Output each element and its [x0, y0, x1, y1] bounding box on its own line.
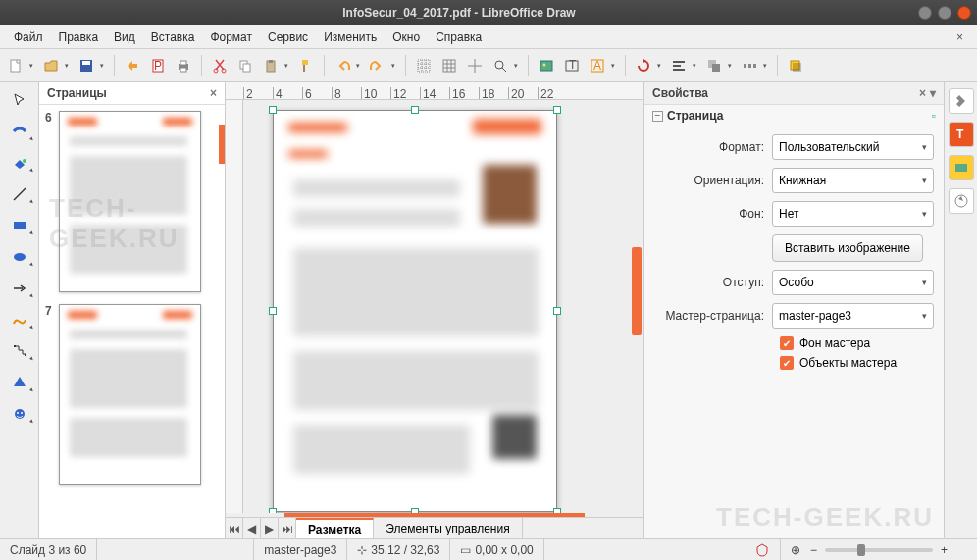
page-viewport[interactable] — [243, 100, 643, 513]
format-select[interactable]: Пользовательский — [772, 134, 934, 160]
tool-palette — [0, 82, 39, 538]
line-color-tool[interactable] — [6, 120, 33, 143]
styles-tab-icon[interactable]: T — [949, 122, 974, 147]
open-button[interactable] — [39, 54, 63, 77]
basic-shapes-tool[interactable] — [6, 371, 33, 394]
arrow-tool[interactable] — [6, 277, 33, 300]
menu-file[interactable]: Файл — [6, 27, 51, 47]
more-options-icon[interactable]: ▫ — [932, 109, 936, 123]
zoom-fit-button[interactable]: ⊕ — [781, 539, 810, 560]
prev-tab-button[interactable]: ◀ — [243, 518, 261, 538]
properties-tab-icon[interactable] — [949, 88, 974, 114]
new-button[interactable] — [4, 54, 27, 77]
current-page[interactable] — [273, 110, 557, 512]
master-page-select[interactable]: master-page3 — [772, 303, 934, 329]
window-minimize-button[interactable] — [918, 6, 932, 20]
horizontal-ruler[interactable]: 246810121416182022 — [226, 82, 643, 100]
redo-button[interactable] — [366, 54, 389, 77]
shadow-button[interactable] — [784, 54, 807, 77]
pages-thumbnails[interactable]: 6 7 TECH-GEEK.RU — [39, 105, 225, 538]
paste-button[interactable] — [259, 54, 283, 77]
signature-status[interactable] — [745, 539, 781, 560]
grid-toggle-button[interactable] — [412, 54, 436, 77]
menu-insert[interactable]: Вставка — [143, 27, 203, 47]
navigator-tab-icon[interactable] — [949, 188, 974, 214]
pages-panel-close[interactable]: × — [210, 86, 217, 100]
svg-rect-6 — [180, 61, 186, 65]
vertical-ruler[interactable] — [226, 100, 243, 513]
export-pdf-button[interactable]: P — [146, 54, 170, 77]
sidebar-tabs: T — [944, 82, 977, 538]
format-label: Формат: — [654, 140, 772, 154]
rotate-button[interactable] — [632, 54, 655, 77]
page-properties-form: Формат: Пользовательский Ориентация: Кни… — [644, 127, 944, 383]
menu-window[interactable]: Окно — [385, 27, 428, 47]
background-select[interactable]: Нет — [772, 201, 934, 227]
check-icon: ✔ — [780, 356, 794, 370]
svg-rect-16 — [540, 61, 552, 71]
align-button[interactable] — [667, 54, 691, 77]
section-page-header[interactable]: − Страница ▫ — [644, 105, 944, 127]
connector-tool[interactable] — [6, 339, 33, 363]
window-close-button[interactable] — [957, 6, 971, 20]
document-close-button[interactable]: × — [949, 30, 971, 44]
curve-tool[interactable] — [6, 308, 33, 331]
distribute-button[interactable] — [738, 54, 761, 77]
menu-edit[interactable]: Правка — [51, 27, 107, 47]
menu-help[interactable]: Справка — [428, 27, 489, 47]
margin-select[interactable]: Особо — [772, 270, 934, 295]
select-tool[interactable] — [6, 88, 33, 112]
window-maximize-button[interactable] — [938, 6, 951, 20]
print-button[interactable] — [172, 54, 195, 77]
menu-format[interactable]: Формат — [202, 27, 260, 47]
menu-service[interactable]: Сервис — [260, 27, 316, 47]
properties-header: Свойства × ▾ — [644, 82, 944, 105]
rectangle-tool[interactable] — [6, 214, 33, 237]
insert-image-button[interactable]: Вставить изображение — [772, 234, 923, 262]
line-tool[interactable] — [6, 182, 33, 206]
master-background-label: Фон мастера — [799, 336, 870, 350]
background-label: Фон: — [654, 207, 772, 221]
orientation-label: Ориентация: — [654, 174, 772, 187]
symbol-shapes-tool[interactable] — [6, 402, 33, 426]
cut-button[interactable] — [208, 54, 231, 77]
export-button[interactable] — [121, 54, 144, 77]
slide-status: Слайд 3 из 60 — [0, 539, 97, 560]
tab-controls[interactable]: Элементы управления — [374, 518, 522, 538]
copy-button[interactable] — [233, 54, 257, 77]
last-tab-button[interactable]: ⏭ — [279, 518, 296, 538]
clone-format-button[interactable] — [294, 54, 318, 77]
menu-view[interactable]: Вид — [106, 27, 143, 47]
cursor-position: ⊹35,12 / 32,63 — [347, 539, 450, 560]
vertical-scrollbar[interactable] — [630, 100, 643, 513]
helplines-button[interactable] — [463, 54, 487, 77]
svg-text:A: A — [593, 59, 601, 73]
menu-modify[interactable]: Изменить — [316, 27, 385, 47]
insert-textbox-button[interactable]: T — [560, 54, 584, 77]
orientation-select[interactable]: Книжная — [772, 168, 934, 193]
save-button[interactable] — [75, 54, 98, 77]
svg-rect-7 — [180, 68, 186, 72]
master-page-label: Мастер-страница: — [654, 309, 772, 323]
insert-special-button[interactable]: A — [586, 54, 609, 77]
gallery-tab-icon[interactable] — [949, 155, 974, 180]
page-thumb-6[interactable]: 6 — [45, 111, 219, 292]
snap-grid-button[interactable] — [437, 54, 461, 77]
zoom-button[interactable] — [488, 54, 512, 77]
arrange-button[interactable] — [702, 54, 726, 77]
fill-color-tool[interactable] — [6, 151, 33, 175]
master-objects-checkbox[interactable]: ✔ Объекты мастера — [780, 356, 934, 370]
first-tab-button[interactable]: ⏮ — [226, 518, 243, 538]
page-thumb-7[interactable]: 7 — [45, 304, 219, 485]
next-tab-button[interactable]: ▶ — [261, 518, 279, 538]
properties-title: Свойства — [652, 86, 708, 100]
tab-layout[interactable]: Разметка — [296, 518, 374, 538]
master-background-checkbox[interactable]: ✔ Фон мастера — [780, 336, 934, 350]
properties-close[interactable]: × — [919, 86, 926, 100]
ellipse-tool[interactable] — [6, 245, 33, 269]
properties-menu[interactable]: ▾ — [930, 86, 936, 100]
insert-image-button[interactable] — [535, 54, 558, 77]
svg-point-31 — [14, 253, 26, 261]
undo-button[interactable] — [331, 54, 354, 77]
zoom-slider[interactable]: −+ — [810, 539, 948, 560]
